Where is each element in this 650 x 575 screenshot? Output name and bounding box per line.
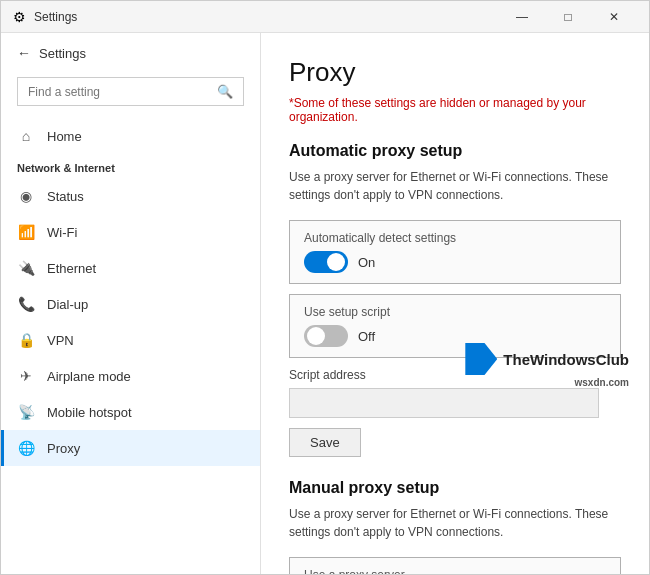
search-box[interactable]: 🔍 [17,77,244,106]
settings-icon: ⚙ [13,9,26,25]
script-address-input[interactable] [289,388,599,418]
search-icon: 🔍 [217,84,233,99]
sidebar-item-label: Status [47,189,84,204]
auto-section-title: Automatic proxy setup [289,142,621,160]
ethernet-icon: 🔌 [17,260,35,276]
org-notice: *Some of these settings are hidden or ma… [289,96,621,124]
minimize-button[interactable]: — [499,1,545,33]
use-proxy-label: Use a proxy server [304,568,606,574]
home-icon: ⌂ [17,128,35,144]
setup-script-label: Use setup script [304,305,606,319]
sidebar-item-proxy[interactable]: 🌐 Proxy [1,430,260,466]
setup-script-status: Off [358,329,375,344]
close-button[interactable]: ✕ [591,1,637,33]
titlebar-left: ⚙ Settings [13,9,77,25]
auto-detect-knob [327,253,345,271]
sidebar-item-label: VPN [47,333,74,348]
auto-detect-toggle[interactable] [304,251,348,273]
content-area: ← Settings 🔍 ⌂ Home Network & Internet ◉… [1,33,649,574]
sidebar-item-label: Proxy [47,441,80,456]
settings-window: ⚙ Settings — □ ✕ ← Settings 🔍 ⌂ Home Net… [0,0,650,575]
sidebar-item-label: Mobile hotspot [47,405,132,420]
back-arrow-icon: ← [17,45,31,61]
main-content: TheWindowsClub wsxdn.com Proxy *Some of … [261,33,649,574]
auto-detect-group: Automatically detect settings On [289,220,621,284]
hotspot-icon: 📡 [17,404,35,420]
titlebar: ⚙ Settings — □ ✕ [1,1,649,33]
auto-section-desc: Use a proxy server for Ethernet or Wi-Fi… [289,168,621,204]
sidebar-item-vpn[interactable]: 🔒 VPN [1,322,260,358]
setup-script-toggle[interactable] [304,325,348,347]
sidebar-item-wifi[interactable]: 📶 Wi-Fi [1,214,260,250]
sidebar-item-label: Wi-Fi [47,225,77,240]
status-icon: ◉ [17,188,35,204]
sidebar-item-label: Ethernet [47,261,96,276]
sidebar-item-label: Home [47,129,82,144]
setup-script-row: Off [304,325,606,347]
sidebar-item-label: Airplane mode [47,369,131,384]
sidebar-category: Network & Internet [1,154,260,178]
sidebar-item-home[interactable]: ⌂ Home [1,118,260,154]
sidebar: ← Settings 🔍 ⌂ Home Network & Internet ◉… [1,33,261,574]
back-label: Settings [39,46,86,61]
sidebar-item-ethernet[interactable]: 🔌 Ethernet [1,250,260,286]
script-address-label: Script address [289,368,621,382]
wifi-icon: 📶 [17,224,35,240]
setup-script-group: Use setup script Off [289,294,621,358]
airplane-icon: ✈ [17,368,35,384]
page-title: Proxy [289,57,621,88]
manual-section-desc: Use a proxy server for Ethernet or Wi-Fi… [289,505,621,541]
sidebar-item-status[interactable]: ◉ Status [1,178,260,214]
auto-detect-label: Automatically detect settings [304,231,606,245]
manual-section-title: Manual proxy setup [289,479,621,497]
save-button[interactable]: Save [289,428,361,457]
dialup-icon: 📞 [17,296,35,312]
search-input[interactable] [28,85,211,99]
use-proxy-group: Use a proxy server Off [289,557,621,574]
setup-script-knob [307,327,325,345]
auto-detect-status: On [358,255,375,270]
sidebar-item-hotspot[interactable]: 📡 Mobile hotspot [1,394,260,430]
back-button[interactable]: ← Settings [1,33,260,73]
titlebar-controls: — □ ✕ [499,1,637,33]
sidebar-item-airplane[interactable]: ✈ Airplane mode [1,358,260,394]
vpn-icon: 🔒 [17,332,35,348]
window-title: Settings [34,10,77,24]
proxy-icon: 🌐 [17,440,35,456]
sidebar-item-dialup[interactable]: 📞 Dial-up [1,286,260,322]
sidebar-item-label: Dial-up [47,297,88,312]
auto-detect-row: On [304,251,606,273]
maximize-button[interactable]: □ [545,1,591,33]
